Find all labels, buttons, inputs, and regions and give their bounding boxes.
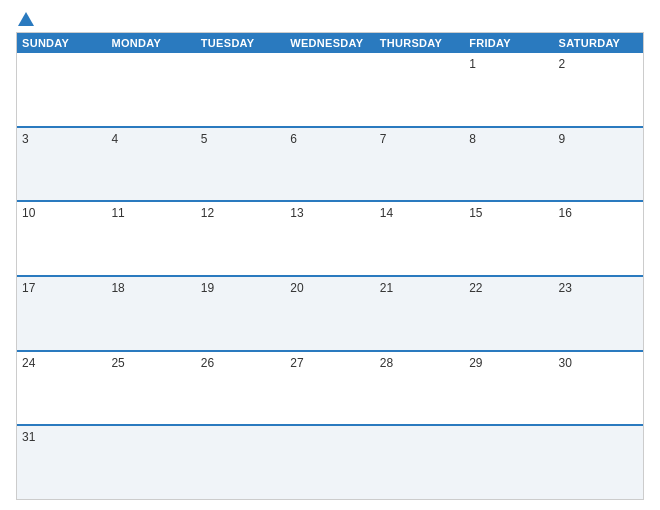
day-number: 27 — [290, 356, 303, 370]
day-cell-w4-d7: 23 — [554, 277, 643, 350]
day-cell-w4-d1: 17 — [17, 277, 106, 350]
day-cell-w1-d6: 1 — [464, 53, 553, 126]
day-cell-w4-d2: 18 — [106, 277, 195, 350]
day-number: 22 — [469, 281, 482, 295]
day-number: 7 — [380, 132, 387, 146]
day-number: 10 — [22, 206, 35, 220]
day-number: 4 — [111, 132, 118, 146]
logo-triangle-icon — [18, 12, 34, 26]
day-headers: Sunday Monday Tuesday Wednesday Thursday… — [17, 33, 643, 53]
day-number: 18 — [111, 281, 124, 295]
day-cell-w2-d2: 4 — [106, 128, 195, 201]
day-cell-w1-d2 — [106, 53, 195, 126]
day-cell-w6-d1: 31 — [17, 426, 106, 499]
day-number: 6 — [290, 132, 297, 146]
day-cell-w2-d5: 7 — [375, 128, 464, 201]
day-header-friday: Friday — [464, 33, 553, 53]
day-number: 26 — [201, 356, 214, 370]
calendar: Sunday Monday Tuesday Wednesday Thursday… — [16, 32, 644, 500]
day-cell-w2-d6: 8 — [464, 128, 553, 201]
day-header-saturday: Saturday — [554, 33, 643, 53]
day-cell-w2-d4: 6 — [285, 128, 374, 201]
day-cell-w5-d5: 28 — [375, 352, 464, 425]
day-cell-w3-d6: 15 — [464, 202, 553, 275]
day-number: 25 — [111, 356, 124, 370]
week-row-5: 24252627282930 — [17, 350, 643, 425]
day-number: 5 — [201, 132, 208, 146]
day-number: 31 — [22, 430, 35, 444]
day-number: 15 — [469, 206, 482, 220]
day-cell-w4-d3: 19 — [196, 277, 285, 350]
day-cell-w3-d7: 16 — [554, 202, 643, 275]
day-cell-w5-d1: 24 — [17, 352, 106, 425]
week-row-6: 31 — [17, 424, 643, 499]
day-cell-w6-d3 — [196, 426, 285, 499]
day-cell-w2-d7: 9 — [554, 128, 643, 201]
day-cell-w5-d4: 27 — [285, 352, 374, 425]
header — [16, 14, 644, 24]
day-number: 30 — [559, 356, 572, 370]
day-number: 1 — [469, 57, 476, 71]
day-cell-w1-d4 — [285, 53, 374, 126]
day-header-monday: Monday — [106, 33, 195, 53]
day-cell-w6-d2 — [106, 426, 195, 499]
day-number: 16 — [559, 206, 572, 220]
day-cell-w6-d7 — [554, 426, 643, 499]
day-cell-w2-d1: 3 — [17, 128, 106, 201]
day-number: 20 — [290, 281, 303, 295]
day-number: 8 — [469, 132, 476, 146]
day-number: 9 — [559, 132, 566, 146]
day-number: 2 — [559, 57, 566, 71]
day-cell-w3-d2: 11 — [106, 202, 195, 275]
day-number: 21 — [380, 281, 393, 295]
day-cell-w4-d4: 20 — [285, 277, 374, 350]
day-header-wednesday: Wednesday — [285, 33, 374, 53]
week-row-4: 17181920212223 — [17, 275, 643, 350]
day-cell-w5-d7: 30 — [554, 352, 643, 425]
day-number: 14 — [380, 206, 393, 220]
day-cell-w5-d2: 25 — [106, 352, 195, 425]
day-cell-w3-d3: 12 — [196, 202, 285, 275]
day-cell-w1-d1 — [17, 53, 106, 126]
day-number: 3 — [22, 132, 29, 146]
day-cell-w4-d6: 22 — [464, 277, 553, 350]
day-number: 19 — [201, 281, 214, 295]
week-row-1: 12 — [17, 53, 643, 126]
weeks-container: 1234567891011121314151617181920212223242… — [17, 53, 643, 499]
day-cell-w3-d1: 10 — [17, 202, 106, 275]
week-row-2: 3456789 — [17, 126, 643, 201]
logo — [16, 14, 35, 24]
day-header-sunday: Sunday — [17, 33, 106, 53]
day-cell-w3-d4: 13 — [285, 202, 374, 275]
day-cell-w6-d4 — [285, 426, 374, 499]
day-number: 13 — [290, 206, 303, 220]
day-number: 24 — [22, 356, 35, 370]
page: Sunday Monday Tuesday Wednesday Thursday… — [0, 0, 660, 510]
day-cell-w1-d3 — [196, 53, 285, 126]
day-cell-w5-d3: 26 — [196, 352, 285, 425]
day-number: 23 — [559, 281, 572, 295]
day-cell-w6-d6 — [464, 426, 553, 499]
day-cell-w4-d5: 21 — [375, 277, 464, 350]
day-cell-w3-d5: 14 — [375, 202, 464, 275]
day-cell-w2-d3: 5 — [196, 128, 285, 201]
day-number: 28 — [380, 356, 393, 370]
day-header-thursday: Thursday — [375, 33, 464, 53]
day-cell-w6-d5 — [375, 426, 464, 499]
day-number: 29 — [469, 356, 482, 370]
day-cell-w1-d7: 2 — [554, 53, 643, 126]
day-number: 11 — [111, 206, 124, 220]
week-row-3: 10111213141516 — [17, 200, 643, 275]
day-header-tuesday: Tuesday — [196, 33, 285, 53]
day-cell-w5-d6: 29 — [464, 352, 553, 425]
day-cell-w1-d5 — [375, 53, 464, 126]
day-number: 17 — [22, 281, 35, 295]
day-number: 12 — [201, 206, 214, 220]
